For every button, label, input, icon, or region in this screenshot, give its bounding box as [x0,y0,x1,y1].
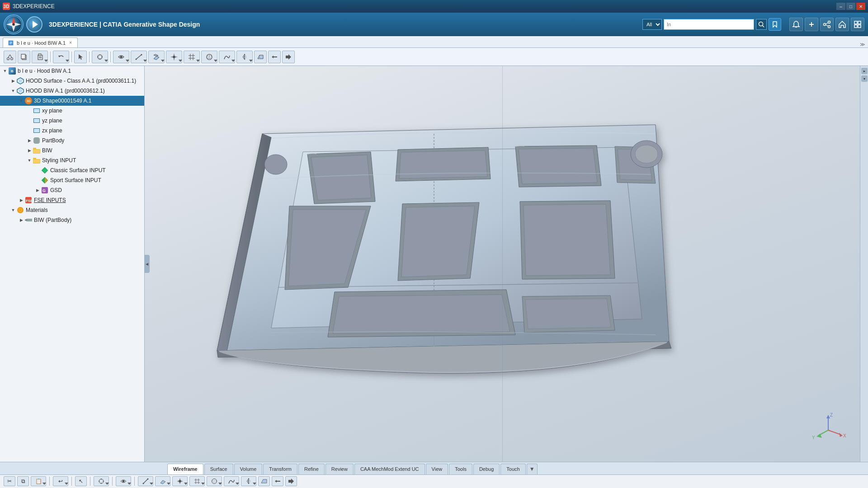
point-button[interactable] [166,51,182,63]
tree-item-yz-plane[interactable]: ▶ yz plane [0,116,144,126]
grid-button[interactable] [184,51,200,63]
maximize-button[interactable]: □ [846,3,855,10]
tab-volume[interactable]: Volume [234,464,263,474]
tree-root[interactable]: ▼ B b l e u · Hood BIW A.1 [0,66,144,76]
svg-rect-13 [854,25,857,28]
expand-partbody[interactable]: ▶ [26,137,33,144]
expand-hood-surface[interactable]: ▶ [10,78,16,84]
play-button[interactable] [26,16,42,33]
tab-expand-button[interactable]: ≫ [860,42,865,47]
reflect-button[interactable] [236,51,253,63]
bottom-show-btn[interactable] [116,476,131,486]
bottom-cut-btn[interactable]: ✂ [4,476,15,486]
sidebar-collapse-button[interactable]: ◀ [144,255,150,273]
circle-button[interactable] [201,51,217,63]
bottom-translate-btn[interactable] [272,476,283,486]
share-button[interactable] [820,18,834,31]
tree-item-styling-input[interactable]: ▼ Styling INPUT [0,155,144,165]
expand-3d-shape[interactable]: ▼ [18,98,24,104]
tree-item-biw-partbody[interactable]: ▶ BIW (PartBody) [0,215,144,225]
search-button[interactable] [756,19,767,30]
tab-close-button[interactable]: × [68,40,73,46]
bottom-sweep-btn[interactable] [258,476,270,486]
tab-review[interactable]: Review [326,464,354,474]
bottom-circle-btn[interactable] [207,476,222,486]
tree-item-3d-shape[interactable]: ▼ 3D 3D Shape00001549 A.1 [0,96,144,106]
bottom-undo-btn[interactable]: ↩ [53,476,68,486]
tree-item-gsd[interactable]: ▶ G GSD [0,185,144,195]
bottom-select-btn[interactable]: ↖ [75,476,87,486]
bottom-paste-btn[interactable]: 📋 [31,476,46,486]
snap-icon [96,53,104,61]
tab-tools[interactable]: Tools [449,464,472,474]
close-button[interactable]: ✕ [856,3,865,10]
bottom-copy-btn[interactable]: ⧉ [17,476,29,486]
right-edge-btn-2[interactable]: ▾ [861,75,868,82]
tab-view[interactable]: View [426,464,448,474]
search-input[interactable] [664,19,754,30]
tree-item-sport-surface[interactable]: ▶ Sport Surface INPUT [0,175,144,185]
cut-button[interactable] [4,51,16,63]
bottom-line-btn[interactable] [138,476,153,486]
bottom-point-btn[interactable] [172,476,188,486]
paste-button[interactable] [32,51,48,63]
curve-button[interactable] [219,51,235,63]
window-controls[interactable]: – □ ✕ [836,3,865,10]
expand-biw[interactable]: ▶ [26,147,33,154]
expand-gsd[interactable]: ▶ [34,187,41,193]
svg-point-100 [212,480,217,482]
bottom-arrow-btn[interactable] [285,476,297,486]
surface-button[interactable] [148,51,165,63]
tabs-more-button[interactable]: ▼ [527,464,538,474]
add-button[interactable] [805,18,818,31]
bottom-grid-btn[interactable] [189,476,205,486]
tree-item-hood-surface[interactable]: ▶ HOOD Surface - Class A A.1 (prd0000361… [0,76,144,86]
bottom-snap-btn[interactable] [94,476,109,486]
tree-item-zx-plane[interactable]: ▶ zx plane [0,126,144,136]
tree-item-biw[interactable]: ▶ BIW [0,145,144,155]
tab-surface[interactable]: Surface [204,464,233,474]
settings-button[interactable] [851,18,864,31]
3d-viewport[interactable]: Z X Y [145,66,860,462]
expand-styling[interactable]: ▼ [26,157,33,164]
tree-item-partbody[interactable]: ▶ PartBody [0,136,144,145]
bottom-surf-btn[interactable] [155,476,170,486]
tree-item-fse-inputs[interactable]: ▶ FSE FSE INPUTS [0,195,144,205]
arrow-button[interactable] [282,51,295,63]
sweep-button[interactable] [254,51,267,63]
bottom-curve-btn[interactable] [224,476,239,486]
undo-button[interactable] [53,51,69,63]
line-button[interactable] [131,51,147,63]
tree-item-materials[interactable]: ▼ Materials [0,205,144,215]
tab-refine[interactable]: Refine [298,464,325,474]
tree-item-xy-plane[interactable]: ▶ xy plane [0,106,144,116]
expand-materials[interactable]: ▼ [10,207,16,213]
tab-caa[interactable]: CAA MechMod Extend UC [354,464,425,474]
svg-line-3 [763,26,764,28]
expand-hood-biw[interactable]: ▼ [10,88,16,94]
tree-item-classic-surface[interactable]: ▶ Classic Surface INPUT [0,165,144,175]
tab-transform[interactable]: Transform [263,464,297,474]
translate-button[interactable] [268,51,281,63]
select-button[interactable] [74,51,87,63]
tab-wireframe[interactable]: Wireframe [167,464,203,474]
tab-debug[interactable]: Debug [473,464,500,474]
expand-biw-partbody[interactable]: ▶ [18,217,24,223]
active-tab[interactable]: b l e u · Hood BIW A.1 × [3,38,78,47]
minimize-button[interactable]: – [836,3,845,10]
show-hide-button[interactable] [113,51,129,63]
bottom-reflect-btn[interactable] [241,476,256,486]
snap-button[interactable] [92,51,108,63]
svg-line-10 [826,25,828,26]
tab-touch[interactable]: Touch [500,464,525,474]
home-button[interactable] [835,18,849,31]
expand-root[interactable]: ▼ [2,68,8,74]
bookmark-button[interactable] [769,18,781,31]
notifications-button[interactable] [789,18,803,31]
right-edge-btn-1[interactable]: ▸ [861,68,868,74]
copy-button[interactable] [18,51,30,63]
compass-logo[interactable] [4,14,24,34]
tree-item-hood-biw[interactable]: ▼ HOOD BIW A.1 (prd00003612.1) [0,86,144,96]
search-filter-select[interactable]: All [642,19,662,30]
expand-fse[interactable]: ▶ [18,197,24,203]
